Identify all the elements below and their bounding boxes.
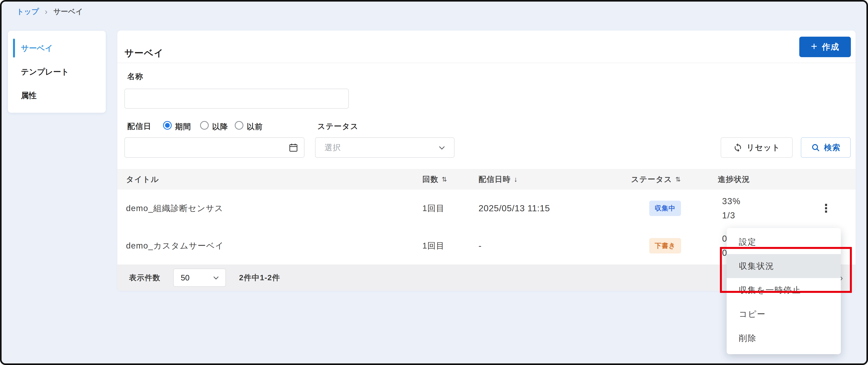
cell-delivered-at: - <box>478 227 482 264</box>
menu-item-collection-status[interactable]: 収集状況 <box>726 254 841 278</box>
status-badge: 下書き <box>649 238 681 253</box>
sort-desc-icon[interactable]: ↓ <box>514 175 518 184</box>
sidebar-item-label: テンプレート <box>21 66 69 77</box>
chevron-down-icon <box>212 274 220 282</box>
sort-both-icon[interactable]: ⇅ <box>675 176 681 183</box>
breadcrumb-current: サーベイ <box>53 7 83 17</box>
column-delivered-at[interactable]: 配信日時 ↓ <box>478 169 518 190</box>
column-round[interactable]: 回数 ⇅ <box>423 169 447 190</box>
refresh-icon <box>733 143 743 152</box>
breadcrumb-separator-icon: › <box>45 7 48 16</box>
cell-delivered-at: 2025/05/13 11:15 <box>478 190 550 227</box>
context-menu: 設定 収集状況 収集を一時停止 コピー 削除 <box>726 228 841 354</box>
cell-title: demo_組織診断センサス <box>126 190 223 227</box>
radio-after[interactable] <box>200 121 209 130</box>
name-label: 名称 <box>127 71 143 82</box>
column-title: タイトル <box>126 169 159 190</box>
page-size-value: 50 <box>181 273 190 282</box>
result-range-text: 2件中1-2件 <box>239 264 280 291</box>
radio-period-label[interactable]: 期間 <box>175 121 191 132</box>
table-row[interactable]: demo_組織診断センサス 1回目 2025/05/13 11:15 収集中 3… <box>117 190 856 227</box>
create-button-label: 作成 <box>822 41 839 52</box>
name-input[interactable] <box>124 89 349 109</box>
row-actions-button[interactable]: ⋮ <box>810 190 842 227</box>
menu-item-settings[interactable]: 設定 <box>726 230 841 254</box>
reset-button[interactable]: リセット <box>721 137 793 158</box>
search-icon <box>811 143 820 152</box>
active-indicator <box>13 39 15 58</box>
page-size-label: 表示件数 <box>129 264 160 291</box>
search-button[interactable]: 検索 <box>801 137 851 158</box>
calendar-icon <box>288 142 299 153</box>
cell-round: 1回目 <box>423 190 445 227</box>
sidebar-item-label: 属性 <box>21 90 37 101</box>
sidebar-item-label: サーベイ <box>21 43 53 54</box>
kebab-icon: ⋮ <box>820 202 832 215</box>
menu-item-delete[interactable]: 削除 <box>726 326 841 350</box>
radio-period[interactable] <box>163 121 172 130</box>
progress-count: 1/3 <box>722 208 735 223</box>
search-button-label: 検索 <box>824 142 841 153</box>
cell-round: 1回目 <box>423 227 445 264</box>
radio-before-label[interactable]: 以前 <box>247 121 263 132</box>
cell-status: 収集中 <box>649 190 681 227</box>
status-badge: 収集中 <box>649 201 681 216</box>
header-divider <box>117 63 856 63</box>
chevron-down-icon <box>438 143 446 152</box>
cell-title: demo_カスタムサーベイ <box>126 227 224 264</box>
sidebar-item-template[interactable]: テンプレート <box>8 60 106 84</box>
plus-icon: + <box>811 41 818 52</box>
screenshot-frame: トップ › サーベイ サーベイ テンプレート 属性 サーベイ + 作成 名称 配… <box>0 0 868 365</box>
breadcrumb: トップ › サーベイ <box>17 6 83 17</box>
page-size-select[interactable]: 50 <box>173 269 226 287</box>
cell-progress: 33% 1/3 <box>722 190 797 227</box>
status-label: ステータス <box>317 121 359 132</box>
breadcrumb-link-top[interactable]: トップ <box>17 7 39 17</box>
sidebar-item-survey[interactable]: サーベイ <box>8 36 106 60</box>
sidebar: サーベイ テンプレート 属性 <box>8 31 106 113</box>
column-status[interactable]: ステータス ⇅ <box>631 169 681 190</box>
delivery-date-label: 配信日 <box>127 121 151 132</box>
column-progress: 進捗状況 <box>718 169 750 190</box>
sort-both-icon[interactable]: ⇅ <box>442 176 447 183</box>
radio-before[interactable] <box>235 121 243 130</box>
date-input[interactable] <box>124 137 304 158</box>
progress-percent: 33% <box>722 194 741 208</box>
sidebar-item-attribute[interactable]: 属性 <box>8 84 106 107</box>
cell-status: 下書き <box>649 227 681 264</box>
status-select[interactable]: 選択 <box>315 137 455 158</box>
reset-button-label: リセット <box>746 142 780 153</box>
page-title: サーベイ <box>124 47 164 59</box>
table-header: タイトル 回数 ⇅ 配信日時 ↓ ステータス ⇅ 進捗状況 <box>117 169 856 190</box>
status-select-value: 選択 <box>324 142 341 153</box>
create-button[interactable]: + 作成 <box>799 37 851 57</box>
radio-after-label[interactable]: 以降 <box>212 121 228 132</box>
menu-item-copy[interactable]: コピー <box>726 302 841 326</box>
menu-item-pause-collection[interactable]: 収集を一時停止 <box>726 278 841 302</box>
